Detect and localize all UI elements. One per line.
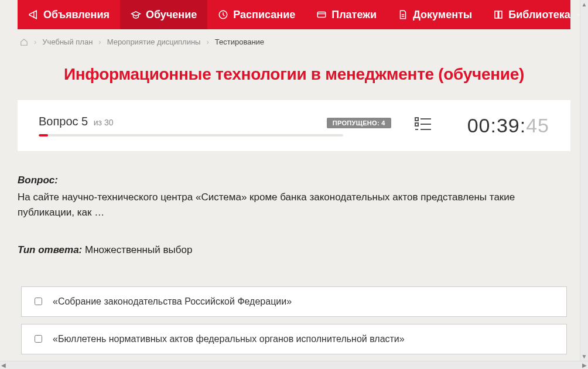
main-nav: Объявления Обучение Расписание Платежи Д… bbox=[18, 0, 570, 29]
nav-label: Расписание bbox=[233, 9, 295, 21]
status-left: Вопрос 5 из 30 ПРОПУЩЕНО: 4 bbox=[39, 115, 391, 136]
option-item[interactable]: «Бюллетень нормативных актов федеральных… bbox=[21, 324, 567, 354]
question-counter: Вопрос 5 из 30 bbox=[39, 115, 113, 128]
options-list: «Собрание законодательства Российской Фе… bbox=[18, 286, 570, 365]
question-list-button[interactable] bbox=[391, 117, 467, 135]
breadcrumb-current: Тестирование bbox=[215, 37, 264, 46]
option-item[interactable]: «Собрание законодательства Российской Фе… bbox=[21, 286, 567, 317]
vertical-scrollbar[interactable]: ▲ ▼ bbox=[580, 0, 588, 361]
scroll-right-icon[interactable]: ▶ bbox=[582, 362, 587, 368]
status-bar: Вопрос 5 из 30 ПРОПУЩЕНО: 4 00:39:45 bbox=[18, 100, 570, 151]
question-label: Вопрос: bbox=[18, 175, 570, 186]
nav-item-payments[interactable]: Платежи bbox=[306, 0, 387, 29]
clock-icon bbox=[218, 9, 228, 20]
nav-item-documents[interactable]: Документы bbox=[387, 0, 483, 29]
breadcrumb-study-plan[interactable]: Учебный план bbox=[42, 37, 93, 46]
skipped-badge: ПРОПУЩЕНО: 4 bbox=[327, 118, 391, 128]
horizontal-scrollbar[interactable]: ◀ ▶ bbox=[0, 361, 588, 369]
nav-label: Платежи bbox=[331, 9, 377, 21]
page-title: Информационные технологии в менеджменте … bbox=[0, 54, 588, 100]
option-text: «Собрание законодательства Российской Фе… bbox=[53, 296, 292, 307]
question-text: На сайте научно-технического центра «Сис… bbox=[18, 190, 570, 221]
book-icon bbox=[493, 9, 504, 20]
nav-label: Обучение bbox=[146, 9, 197, 21]
nav-item-education[interactable]: Обучение bbox=[120, 0, 207, 29]
scroll-up-icon[interactable]: ▲ bbox=[582, 1, 587, 8]
nav-item-library[interactable]: Библиотека bbox=[483, 0, 588, 29]
breadcrumb-sep: › bbox=[34, 37, 36, 46]
content: Вопрос: На сайте научно-технического цен… bbox=[0, 151, 588, 369]
doc-icon bbox=[398, 9, 408, 20]
option-text: «Бюллетень нормативных актов федеральных… bbox=[53, 334, 405, 344]
list-icon bbox=[415, 117, 432, 133]
timer: 00:39:45 bbox=[467, 114, 549, 137]
nav-label: Объявления bbox=[43, 9, 110, 21]
progress-fill bbox=[39, 134, 48, 136]
answer-type-row: Тип ответа: Множественный выбор bbox=[18, 244, 570, 256]
svg-rect-1 bbox=[317, 12, 326, 18]
nav-label: Библиотека bbox=[508, 9, 570, 21]
scroll-down-icon[interactable]: ▼ bbox=[582, 353, 587, 360]
svg-rect-2 bbox=[415, 118, 418, 121]
scroll-left-icon[interactable]: ◀ bbox=[1, 362, 6, 368]
svg-rect-4 bbox=[415, 123, 418, 126]
progress-bar bbox=[39, 134, 343, 136]
nav-item-announcements[interactable]: Объявления bbox=[18, 0, 120, 29]
option-checkbox[interactable] bbox=[35, 335, 42, 343]
breadcrumb-discipline-event[interactable]: Мероприятие дисциплины bbox=[107, 37, 201, 46]
nav-item-schedule[interactable]: Расписание bbox=[207, 0, 306, 29]
home-icon[interactable] bbox=[20, 38, 28, 46]
breadcrumb: › Учебный план › Мероприятие дисциплины … bbox=[0, 29, 588, 54]
grad-cap-icon bbox=[131, 9, 141, 20]
breadcrumb-sep: › bbox=[98, 37, 101, 46]
megaphone-icon bbox=[28, 9, 39, 20]
option-checkbox[interactable] bbox=[35, 298, 42, 305]
card-icon bbox=[316, 9, 327, 20]
nav-label: Документы bbox=[413, 9, 472, 21]
breadcrumb-sep: › bbox=[206, 37, 208, 46]
